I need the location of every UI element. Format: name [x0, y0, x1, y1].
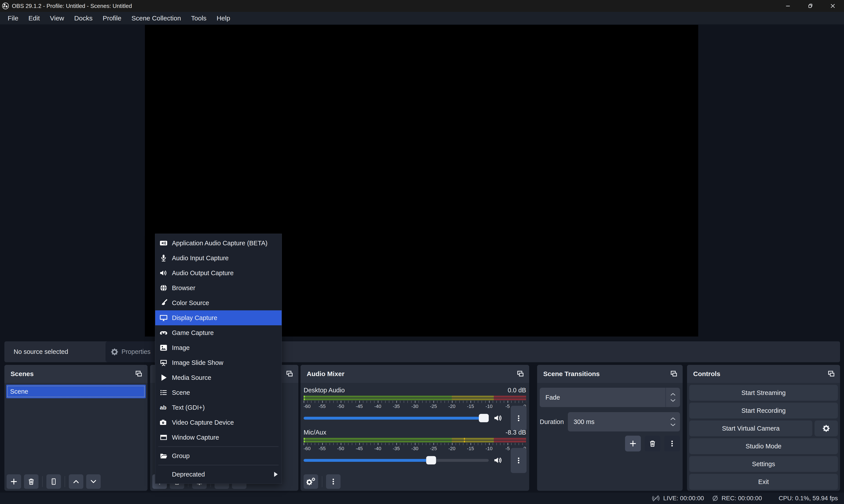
spin-down-icon[interactable] [670, 399, 676, 402]
speaker-icon[interactable] [493, 456, 502, 465]
rec-time: REC: 00:00:00 [721, 495, 762, 502]
channel-options-button[interactable] [511, 448, 526, 473]
popout-icon[interactable] [669, 370, 678, 378]
properties-button[interactable]: Properties [106, 341, 156, 362]
popout-icon[interactable] [516, 370, 525, 378]
channel-level-db: 0.0 dB [508, 386, 526, 394]
menu-item-media-source[interactable]: Media Source [155, 370, 282, 385]
popout-icon[interactable] [134, 370, 143, 378]
volume-row [304, 412, 526, 424]
add-button[interactable] [625, 436, 641, 451]
add-button[interactable] [6, 474, 21, 489]
gear-icon [111, 348, 119, 356]
spin-down-icon[interactable] [670, 423, 676, 427]
virtual-camera-config-button[interactable] [814, 420, 838, 436]
menu-item-audio-output-capture[interactable]: Audio Output Capture [155, 266, 282, 281]
menubar-item-edit[interactable]: Edit [23, 12, 45, 24]
meter-ruler [304, 443, 526, 445]
advanced-audio-button[interactable] [304, 474, 318, 489]
channel-options-button[interactable] [511, 406, 526, 431]
live-time: LIVE: 00:00:00 [663, 495, 704, 502]
move-down-button[interactable] [86, 474, 101, 489]
menu-item-image[interactable]: Image [155, 340, 282, 355]
image-icon [159, 344, 168, 352]
restore-button[interactable] [799, 0, 822, 12]
duration-input[interactable]: 300 ms [568, 412, 680, 431]
tick-label: -40 [374, 403, 381, 409]
tick-label: -5 [505, 446, 510, 451]
slider-handle[interactable] [479, 414, 489, 422]
scene-transitions-body: Fade Duration 300 ms [537, 383, 683, 451]
menubar-item-scene-collection[interactable]: Scene Collection [126, 12, 186, 24]
menubar-item-help[interactable]: Help [212, 12, 235, 24]
tick-label: -40 [374, 446, 381, 451]
menu-item-scene[interactable]: Scene [155, 385, 282, 400]
menubar-item-tools[interactable]: Tools [186, 12, 212, 24]
volume-slider[interactable] [304, 417, 489, 419]
menu-item-deprecated[interactable]: Deprecated [155, 467, 282, 482]
volume-slider[interactable] [304, 459, 489, 462]
start-virtual-camera-button[interactable]: Start Virtual Camera [689, 420, 812, 436]
chevron-up-icon [72, 478, 80, 486]
gear-double-icon [306, 477, 315, 486]
transition-select[interactable]: Fade [540, 388, 680, 407]
menu-item-image-slide-show[interactable]: Image Slide Show [155, 355, 282, 370]
menu-item-text-gdi[interactable]: abText (GDI+) [155, 400, 282, 415]
spin-up-icon[interactable] [670, 393, 676, 396]
tick-label: -55 [319, 403, 326, 409]
spin-up-icon[interactable] [670, 417, 676, 420]
close-button[interactable] [822, 0, 844, 12]
studio-mode-button[interactable]: Studio Mode [689, 438, 838, 454]
remove-button[interactable] [24, 474, 38, 489]
menu-item-browser[interactable]: Browser [155, 281, 282, 295]
menubar-item-view[interactable]: View [45, 12, 69, 24]
menu-item-label: Group [172, 452, 190, 460]
start-streaming-button[interactable]: Start Streaming [689, 385, 838, 401]
menu-item-application-audio-capture-beta[interactable]: Application Audio Capture (BETA) [155, 236, 282, 251]
restore-icon [807, 2, 814, 10]
menubar-item-file[interactable]: File [3, 12, 23, 24]
popout-icon[interactable] [827, 370, 836, 378]
settings-button[interactable]: Settings [689, 456, 838, 472]
slider-handle[interactable] [426, 456, 436, 465]
tick-label: -25 [430, 446, 437, 451]
scene-list-item[interactable]: Scene [6, 385, 146, 398]
menu-item-display-capture[interactable]: Display Capture [155, 310, 282, 325]
menu-item-audio-input-capture[interactable]: Audio Input Capture [155, 251, 282, 266]
remove-button[interactable] [645, 436, 661, 451]
controls-panel: Controls Start StreamingStart RecordingS… [687, 365, 840, 491]
channel-level-db: -8.3 dB [506, 429, 526, 436]
controls-buttons: Start StreamingStart RecordingStart Virt… [687, 383, 840, 492]
start-recording-button[interactable]: Start Recording [689, 403, 838, 418]
meter-level [304, 440, 305, 443]
menubar-item-docks[interactable]: Docks [69, 12, 97, 24]
channel-name: Desktop Audio [304, 386, 345, 394]
tick-label: -25 [430, 403, 437, 409]
transition-spinner [665, 388, 680, 407]
channel-header: Desktop Audio0.0 dB [304, 385, 526, 395]
tick-label: -10 [485, 403, 492, 409]
audio-output-capture-icon [159, 269, 168, 277]
menu-item-game-capture[interactable]: Game Capture [155, 325, 282, 340]
menu-item-label: Window Capture [172, 434, 219, 441]
menu-item-video-capture-device[interactable]: Video Capture Device [155, 415, 282, 430]
move-up-button[interactable] [69, 474, 83, 489]
channel-name: Mic/Aux [304, 429, 326, 436]
menubar-item-profile[interactable]: Profile [97, 12, 126, 24]
speaker-icon[interactable] [493, 413, 502, 423]
menu-item-group[interactable]: Group [155, 448, 282, 463]
minimize-button[interactable] [777, 0, 799, 12]
filters-button[interactable] [47, 474, 61, 489]
menu-item-color-source[interactable]: Color Source [155, 295, 282, 310]
popout-icon[interactable] [285, 370, 294, 378]
window-capture-icon [159, 433, 168, 442]
menu-bar: FileEditViewDocksProfileScene Collection… [0, 12, 844, 24]
transitions-toolbar [540, 436, 680, 451]
options-button[interactable] [664, 436, 680, 451]
menu-item-window-capture[interactable]: Window Capture [155, 430, 282, 445]
context-status-text: No source selected [14, 348, 68, 356]
exit-button[interactable]: Exit [689, 474, 838, 490]
options-button[interactable] [326, 474, 341, 489]
scene-name: Scene [10, 388, 28, 395]
cpu-status: CPU: 0.1%, 59.94 fps [779, 495, 838, 502]
